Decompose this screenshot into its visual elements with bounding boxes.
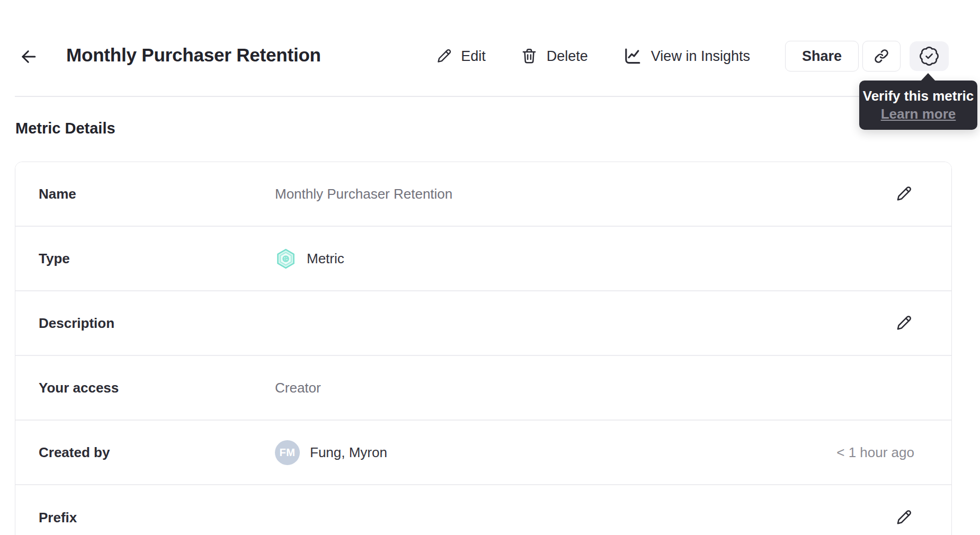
delete-label: Delete	[547, 48, 588, 65]
page-title: Monthly Purchaser Retention	[66, 44, 321, 66]
edit-description-button[interactable]	[893, 313, 914, 334]
detail-row-created-by: Created by FM Fung, Myron < 1 hour ago	[15, 421, 951, 485]
header-actions: Edit Delete View in Insights Share	[435, 41, 949, 72]
edit-button[interactable]: Edit	[435, 47, 486, 65]
your-access-value: Creator	[275, 380, 321, 396]
pencil-icon	[894, 314, 913, 333]
row-label: Type	[39, 251, 275, 267]
learn-more-link[interactable]: Learn more	[881, 106, 956, 122]
share-label: Share	[802, 48, 842, 65]
edit-prefix-button[interactable]	[893, 507, 914, 528]
delete-button[interactable]: Delete	[520, 47, 588, 66]
metric-hexagon-icon	[275, 248, 297, 270]
metric-details-card: Name Monthly Purchaser Retention Type Me…	[15, 162, 952, 535]
detail-row-your-access: Your access Creator	[15, 356, 951, 421]
header-divider	[15, 96, 965, 97]
verified-seal-icon	[919, 46, 940, 67]
detail-row-name: Name Monthly Purchaser Retention	[15, 162, 951, 227]
detail-row-type: Type Metric	[15, 227, 951, 291]
pencil-icon	[435, 47, 453, 65]
name-value: Monthly Purchaser Retention	[275, 186, 452, 202]
type-value-group: Metric	[275, 248, 344, 270]
section-title: Metric Details	[15, 120, 115, 137]
metric-detail-page: Monthly Purchaser Retention Edit Delete …	[0, 0, 980, 535]
verify-metric-button[interactable]	[910, 41, 949, 71]
share-button[interactable]: Share	[785, 41, 859, 72]
back-button[interactable]	[17, 46, 40, 68]
trash-icon	[520, 47, 539, 66]
view-in-insights-button[interactable]: View in Insights	[622, 46, 750, 67]
created-by-value: Fung, Myron	[310, 444, 387, 461]
row-label: Prefix	[39, 510, 275, 526]
copy-link-button[interactable]	[862, 41, 901, 72]
type-value: Metric	[307, 251, 344, 267]
verify-tooltip: Verify this metric Learn more	[859, 81, 977, 130]
line-chart-icon	[622, 46, 643, 67]
row-label: Created by	[39, 444, 275, 461]
row-label: Description	[39, 315, 275, 332]
edit-name-button[interactable]	[893, 183, 914, 204]
tooltip-arrow	[920, 73, 936, 82]
avatar: FM	[275, 440, 300, 465]
arrow-left-icon	[19, 47, 39, 67]
share-button-group: Share	[785, 41, 901, 72]
detail-row-prefix: Prefix	[15, 485, 951, 535]
row-label: Name	[39, 186, 275, 202]
pencil-icon	[894, 508, 913, 527]
created-by-group: FM Fung, Myron	[275, 440, 387, 465]
edit-label: Edit	[461, 48, 486, 65]
pencil-icon	[894, 184, 913, 203]
row-label: Your access	[39, 380, 275, 396]
tooltip-title: Verify this metric	[863, 88, 974, 104]
link-icon	[872, 47, 890, 65]
view-in-insights-label: View in Insights	[651, 48, 750, 65]
detail-row-description: Description	[15, 291, 951, 356]
created-time: < 1 hour ago	[836, 444, 914, 461]
